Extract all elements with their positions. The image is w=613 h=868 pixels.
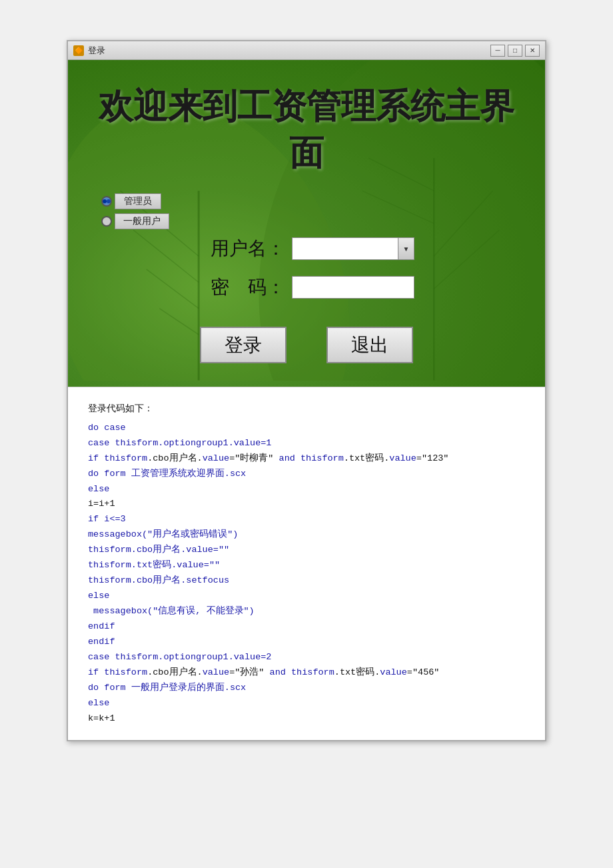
- code-line-7: if i<=3: [88, 512, 525, 527]
- close-button[interactable]: ✕: [525, 45, 540, 57]
- radio-user-label[interactable]: 一般用户: [115, 213, 169, 229]
- login-button[interactable]: 登录: [200, 327, 287, 363]
- window-icon: 🔶: [73, 45, 84, 56]
- code-line-12: else: [88, 589, 525, 604]
- username-input-wrapper: ▼: [292, 237, 414, 260]
- window-title: 登录: [88, 45, 105, 57]
- code-line-17: if thisform.cbo用户名.value="孙浩" and thisfo…: [88, 665, 525, 681]
- button-row: 登录 退出: [200, 327, 413, 363]
- code-line-20: k=k+1: [88, 711, 525, 727]
- code-line-8: messagebox("用户名或密码错误"): [88, 527, 525, 543]
- radio-admin-item[interactable]: 管理员: [101, 193, 169, 209]
- code-line-14: endif: [88, 619, 525, 635]
- username-label: 用户名：: [199, 236, 285, 261]
- username-dropdown-btn[interactable]: ▼: [398, 237, 414, 260]
- code-line-5: else: [88, 482, 525, 497]
- window-titlebar: 🔶 登录 ─ □ ✕: [68, 41, 545, 60]
- maximize-button[interactable]: □: [508, 45, 522, 57]
- titlebar-buttons: ─ □ ✕: [490, 45, 540, 57]
- code-line-9: thisform.cbo用户名.value="": [88, 543, 525, 558]
- code-line-18: do form 一般用户登录后的界面.scx: [88, 681, 525, 696]
- code-line-11: thisform.cbo用户名.setfocus: [88, 573, 525, 589]
- code-intro: 登录代码如下：: [88, 401, 525, 417]
- radio-group: 管理员 一般用户: [101, 193, 169, 229]
- radio-admin-label[interactable]: 管理员: [115, 193, 161, 209]
- minimize-button[interactable]: ─: [490, 45, 505, 57]
- username-input[interactable]: [292, 237, 398, 260]
- code-line-1: do case: [88, 421, 525, 436]
- code-line-10: thisform.txt密码.value="": [88, 558, 525, 573]
- code-line-3: if thisform.cbo用户名.value="时柳青" and thisf…: [88, 451, 525, 467]
- login-background: 欢迎来到工资管理系统主界面 管理员 一般用户 用户名：: [68, 60, 545, 387]
- code-section: 登录代码如下： do case case thisform.optiongrou…: [68, 387, 545, 740]
- login-window: 🔶 登录 ─ □ ✕: [67, 40, 546, 741]
- code-line-15: endif: [88, 635, 525, 650]
- page-wrapper: 🔶 登录 ─ □ ✕: [0, 0, 613, 768]
- welcome-title: 欢迎来到工资管理系统主界面: [88, 83, 525, 177]
- password-input[interactable]: [292, 276, 414, 299]
- code-line-4: do form 工资管理系统欢迎界面.scx: [88, 467, 525, 482]
- code-line-13: messagebox("信息有误, 不能登录"): [88, 604, 525, 619]
- code-line-19: else: [88, 696, 525, 711]
- exit-button[interactable]: 退出: [326, 327, 413, 363]
- password-row: 密 码：: [199, 275, 414, 300]
- code-line-16: case thisform.optiongroup1.value=2: [88, 650, 525, 665]
- username-row: 用户名： ▼: [199, 236, 414, 261]
- code-line-2: case thisform.optiongroup1.value=1: [88, 436, 525, 451]
- radio-admin-circle[interactable]: [101, 196, 112, 207]
- password-input-wrapper: [292, 276, 414, 299]
- radio-user-item[interactable]: 一般用户: [101, 213, 169, 229]
- form-section: 用户名： ▼ 密 码： 登录 退出: [88, 236, 525, 363]
- password-label: 密 码：: [199, 275, 285, 300]
- svg-line-9: [362, 191, 434, 223]
- titlebar-left: 🔶 登录: [73, 45, 105, 57]
- code-line-6: i=i+1: [88, 497, 525, 512]
- radio-user-circle[interactable]: [101, 216, 112, 227]
